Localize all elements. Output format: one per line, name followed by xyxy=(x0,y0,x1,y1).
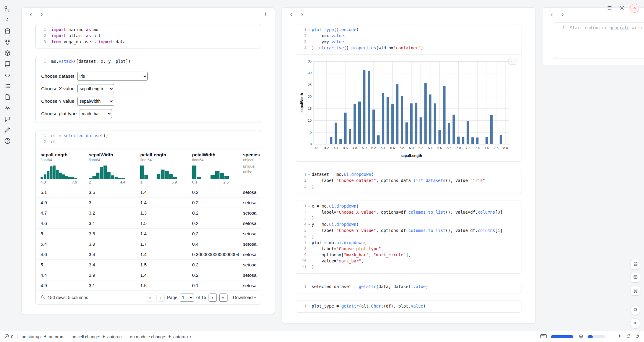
errors-indicator[interactable]: 0 xyxy=(4,334,13,340)
fold-marker-icon[interactable]: ▾ xyxy=(306,222,312,228)
code-line[interactable]: ).interactive().properties(width="contai… xyxy=(312,45,423,52)
choose-plot-type-select[interactable]: mark_bar xyxy=(80,109,112,118)
save-button[interactable] xyxy=(631,260,640,269)
code-line[interactable]: ) xyxy=(312,216,314,222)
column-next-button[interactable]: › xyxy=(558,10,567,18)
run-all-button[interactable] xyxy=(630,318,640,329)
column-next-button[interactable]: › xyxy=(38,10,46,18)
sidebar-file-explorer-button[interactable] xyxy=(3,5,12,13)
code-line[interactable]: label="Choose Y value", options=df.colum… xyxy=(312,228,503,234)
code-line[interactable]: selected_dataset = getattr(data, dataset… xyxy=(312,284,428,290)
add-cell-button[interactable]: + xyxy=(261,10,270,18)
refresh-icon[interactable] xyxy=(626,334,631,340)
download-button[interactable]: Download▾ xyxy=(233,295,256,300)
first-page-button[interactable]: « xyxy=(146,294,154,302)
column-histogram[interactable] xyxy=(140,164,189,179)
sidebar-scratchpad-button[interactable] xyxy=(3,126,12,134)
sidebar-ai-chat-button[interactable] xyxy=(3,115,12,123)
sidebar-dependency-graph-button[interactable] xyxy=(3,38,12,46)
sidebar-outline-button[interactable] xyxy=(3,82,12,90)
new-empty-cell[interactable]: 1 Start coding or generate with AI xyxy=(554,22,644,59)
search-icon[interactable] xyxy=(41,295,45,300)
layout-button[interactable] xyxy=(631,273,640,283)
altair-bar-chart[interactable]: 4.04.24.44.64.85.05.25.45.65.86.06.26.46… xyxy=(300,58,519,160)
autorun-setting-0[interactable]: on startup:autorun xyxy=(22,334,63,339)
table-row[interactable]: 4.42.91.40.2setosa xyxy=(36,270,261,280)
code-line[interactable]: dataset = mo.ui.dropdown( xyxy=(312,172,374,178)
code-line[interactable]: options=["mark_bar", "mark_circle"], xyxy=(312,252,411,258)
table-row[interactable]: 5.43.91.70.4setosa xyxy=(36,239,261,249)
code-line[interactable]: ) xyxy=(312,265,314,271)
column-histogram[interactable] xyxy=(192,164,240,179)
table-row[interactable]: 5.13.51.40.2setosa xyxy=(36,187,261,197)
code-line-row: 1mo.vstack([dataset, x, y, plot]) xyxy=(36,59,257,65)
column-prev-button[interactable]: ‹ xyxy=(547,10,556,18)
cell-editor[interactable]: 1 Start coding or generate with AI xyxy=(554,23,644,59)
table-row[interactable]: 4.63.41.40.30000000000000004setosa xyxy=(36,249,261,259)
code-line[interactable]: label="Choose plot type", xyxy=(312,246,384,252)
sidebar-logs-button[interactable] xyxy=(3,93,12,101)
column-histogram[interactable] xyxy=(41,164,86,179)
code-line[interactable]: plot = mo.ui.dropdown( xyxy=(312,240,366,246)
choose-dataset-select[interactable]: iris xyxy=(77,72,148,81)
code-line[interactable]: ) xyxy=(312,184,314,190)
code-line[interactable]: x = mo.ui.dropdown( xyxy=(312,204,359,210)
column-prev-button[interactable]: ‹ xyxy=(287,10,295,18)
code-line[interactable]: df xyxy=(51,139,56,145)
fold-marker-icon[interactable]: ▾ xyxy=(306,240,312,246)
sidebar-tracebacks-button[interactable] xyxy=(3,104,12,112)
column-histogram[interactable] xyxy=(89,164,137,179)
code-line[interactable]: mo.vstack([dataset, x, y, plot]) xyxy=(51,59,131,65)
code-line[interactable]: y=y.value, xyxy=(312,39,346,45)
last-page-button[interactable]: » xyxy=(219,294,227,302)
add-cell-button[interactable]: + xyxy=(522,10,530,18)
choose-y-value-select[interactable]: sepalWidth xyxy=(77,97,114,106)
sidebar-packages-button[interactable] xyxy=(3,49,12,57)
fold-marker-icon[interactable]: ▾ xyxy=(306,204,312,210)
code-line[interactable]: label="Choose dataset", options=data.lis… xyxy=(312,178,485,184)
shortcuts-button[interactable]: ⌘ xyxy=(631,286,640,296)
code-line[interactable]: value="mark_bar", xyxy=(312,258,364,265)
code-line[interactable]: ) xyxy=(312,234,314,240)
code-line[interactable]: label="Choose X value", options=df.colum… xyxy=(312,210,503,216)
code-line[interactable]: import marimo as mo xyxy=(51,27,98,33)
sidebar-datasets-button[interactable] xyxy=(3,27,12,35)
console-button[interactable] xyxy=(630,305,640,315)
sidebar-snippets-button[interactable] xyxy=(3,71,12,79)
choose-x-value-select[interactable]: sepalLength xyxy=(77,84,114,93)
sidebar-documentation-button[interactable] xyxy=(3,60,12,68)
table-row[interactable]: 53.41.50.2setosa xyxy=(36,259,261,270)
table-row[interactable]: 4.63.11.50.2setosa xyxy=(36,218,261,228)
sparkles-icon[interactable] xyxy=(617,334,622,340)
code-line[interactable]: df = selected_dataset() xyxy=(51,133,108,139)
next-page-button[interactable]: › xyxy=(209,294,217,302)
table-row[interactable]: 4.931.40.2setosa xyxy=(36,197,261,208)
autorun-setting-1[interactable]: on cell change:autorun xyxy=(71,334,122,339)
sidebar-notebook-button[interactable] xyxy=(3,16,12,24)
column-next-button[interactable]: › xyxy=(298,10,306,18)
autorun-setting-2[interactable]: on module change:autorun▾ xyxy=(130,334,191,339)
generate-with-ai-link[interactable]: generate xyxy=(610,25,629,30)
column-prev-button[interactable]: ‹ xyxy=(27,10,35,18)
code-line[interactable]: x=x.value, xyxy=(312,33,346,39)
table-row[interactable]: 4.93.11.50.1setosa xyxy=(36,280,261,290)
prev-page-button[interactable]: ‹ xyxy=(156,294,165,302)
code-line[interactable]: from vega_datasets import data xyxy=(51,39,126,45)
page-select[interactable]: 1 xyxy=(180,294,194,302)
settings-button[interactable] xyxy=(617,4,627,13)
table-row[interactable]: 4.73.21.30.2setosa xyxy=(36,208,261,218)
power-icon[interactable] xyxy=(635,334,640,340)
sidebar-help-button[interactable] xyxy=(3,137,12,144)
code-line[interactable]: plot_type().encode( xyxy=(312,27,359,33)
code-line[interactable]: import altair as alt xyxy=(51,33,101,39)
chart-more-options-button[interactable]: ··· xyxy=(508,58,517,65)
fold-marker-icon[interactable]: ▾ xyxy=(306,172,312,178)
menu-button[interactable] xyxy=(605,4,614,13)
keyboard-icon[interactable] xyxy=(540,334,547,339)
fold-marker-icon[interactable]: ▾ xyxy=(306,27,312,33)
table-row[interactable]: 53.61.40.2setosa xyxy=(36,228,261,239)
code-line[interactable]: plot_type = getattr(alt.Chart(df), plot.… xyxy=(312,304,426,310)
code-line-row: 1df = selected_dataset() xyxy=(36,133,257,139)
code-line[interactable]: y = mo.ui.dropdown( xyxy=(312,222,359,228)
shutdown-button[interactable] xyxy=(630,4,639,13)
